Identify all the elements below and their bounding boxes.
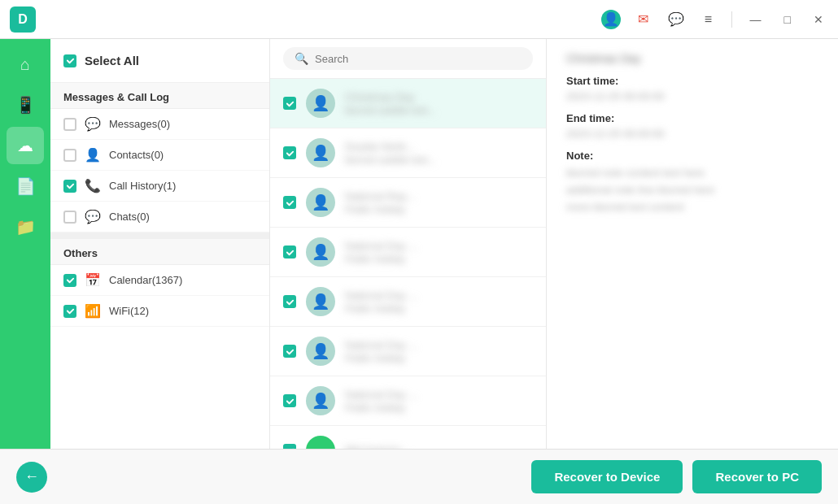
wifi-checkbox[interactable] (63, 305, 76, 318)
list-items: 👤 Christmas Day blurred subtitle text...… (270, 79, 546, 449)
list-header: 🔍 (270, 39, 546, 79)
close-button[interactable]: ✕ (809, 11, 828, 28)
note-value: blurred note content text hereadditional… (566, 165, 818, 215)
detail-title: Christmas Day (566, 52, 818, 65)
main-content: ⌂ 📱 ☁ 📄 📁 Select All Messages & Call Log (0, 39, 838, 449)
item-content: National Day ... Public holiday (345, 240, 533, 265)
section-header-others: Others (50, 232, 269, 265)
item-title: National Day ... (345, 389, 533, 401)
item-title: National Rep... (345, 190, 533, 202)
list-item[interactable]: 👤 National Day ... Public holiday (270, 228, 546, 277)
sidebar-item-home[interactable]: ⌂ (7, 46, 44, 83)
menu-icon[interactable]: ≡ (699, 10, 718, 29)
wifi-item[interactable]: 📶 WiFi(12) (50, 296, 269, 327)
sidebar-item-files[interactable]: 📄 (7, 167, 44, 205)
call-history-item[interactable]: 📞 Call History(1) (50, 171, 269, 202)
minimize-button[interactable]: — (745, 11, 766, 28)
item-avatar: 👤 (306, 89, 335, 118)
item-avatar: 👤 (306, 188, 335, 217)
item-checkbox[interactable] (283, 245, 296, 259)
list-item[interactable]: 👤 National Day ... Public holiday (270, 376, 546, 426)
avatar-icon[interactable]: 👤 (601, 10, 621, 29)
messages-label: Messages(0) (109, 118, 170, 130)
item-avatar: 👤 (306, 287, 335, 316)
calendar-item[interactable]: 📅 Calendar(1367) (50, 265, 269, 296)
item-content: Mid Autumn ... (345, 444, 533, 450)
call-history-icon: 📞 (85, 178, 101, 193)
contacts-item[interactable]: 👤 Contacts(0) (50, 140, 269, 171)
title-bar-right: 👤 ✉ 💬 ≡ — □ ✕ (601, 10, 828, 29)
item-avatar: 👤 (306, 138, 335, 167)
app-logo: D (10, 7, 36, 33)
item-checkbox[interactable] (283, 345, 296, 358)
maximize-button[interactable]: □ (779, 11, 796, 28)
item-avatar: 👤 (306, 386, 335, 415)
list-item[interactable]: 👤 Double Ninth... blurred subtitle text.… (270, 128, 546, 178)
list-item[interactable]: 👤 Christmas Day blurred subtitle text... (270, 79, 546, 128)
list-item[interactable]: ● Mid Autumn ... (270, 426, 546, 449)
item-subtitle: Public holiday (345, 303, 533, 315)
item-subtitle: blurred subtitle text... (345, 154, 533, 166)
contacts-checkbox[interactable] (63, 149, 76, 162)
sidebar-item-phone[interactable]: 📱 (7, 86, 44, 124)
detail-panel: Christmas Day Start time: 2023-12-25 00:… (547, 39, 838, 449)
item-avatar: ● (306, 436, 335, 449)
chats-label: Chats(0) (109, 211, 150, 223)
title-bar-left: D (10, 7, 36, 33)
item-checkbox[interactable] (283, 394, 296, 407)
recover-to-device-button[interactable]: Recover to Device (531, 460, 683, 493)
item-content: Double Ninth... blurred subtitle text... (345, 141, 533, 166)
call-history-checkbox[interactable] (63, 180, 76, 193)
item-subtitle: Public holiday (345, 402, 533, 414)
item-checkbox[interactable] (283, 196, 296, 209)
select-all-label: Select All (85, 54, 139, 67)
item-content: National Day ... Public holiday (345, 339, 533, 364)
item-subtitle: blurred subtitle text... (345, 105, 533, 116)
chats-item[interactable]: 💬 Chats(0) (50, 202, 269, 232)
select-all-checkbox[interactable] (63, 54, 76, 67)
item-content: National Day ... Public holiday (345, 289, 533, 315)
calendar-label: Calendar(1367) (109, 274, 182, 286)
item-checkbox[interactable] (283, 146, 296, 159)
item-checkbox[interactable] (283, 295, 296, 308)
item-title: National Day ... (345, 240, 533, 252)
item-title: Christmas Day (345, 91, 533, 103)
chat-icon[interactable]: 💬 (666, 10, 686, 29)
contacts-icon: 👤 (85, 147, 101, 163)
item-content: National Rep... Public holiday (345, 190, 533, 215)
messages-icon: 💬 (85, 116, 101, 132)
call-history-label: Call History(1) (109, 180, 176, 192)
separator (731, 11, 732, 28)
item-checkbox[interactable] (283, 97, 296, 110)
section-header-messages: Messages & Call Log (50, 83, 269, 109)
messages-item[interactable]: 💬 Messages(0) (50, 109, 269, 140)
item-title: Double Ninth... (345, 141, 533, 153)
item-subtitle: Public holiday (345, 254, 533, 265)
title-bar: D 👤 ✉ 💬 ≡ — □ ✕ (0, 0, 838, 39)
mail-icon[interactable]: ✉ (634, 10, 653, 29)
item-subtitle: Public holiday (345, 353, 533, 364)
back-button[interactable]: ← (16, 462, 47, 493)
search-input[interactable] (315, 53, 522, 65)
note-label: Note: (566, 150, 818, 162)
list-item[interactable]: 👤 National Day ... Public holiday (270, 327, 546, 376)
messages-checkbox[interactable] (63, 118, 76, 131)
recover-to-pc-button[interactable]: Recover to PC (692, 460, 822, 493)
list-item[interactable]: 👤 National Rep... Public holiday (270, 178, 546, 228)
item-content: Christmas Day blurred subtitle text... (345, 91, 533, 116)
wifi-icon: 📶 (85, 303, 101, 319)
item-title: National Day ... (345, 339, 533, 351)
calendar-checkbox[interactable] (63, 274, 76, 287)
sidebar-item-cloud[interactable]: ☁ (7, 127, 44, 164)
select-all-row[interactable]: Select All (50, 39, 269, 83)
chats-icon: 💬 (85, 209, 101, 224)
search-box[interactable]: 🔍 (283, 47, 533, 70)
end-time-label: End time: (566, 112, 818, 124)
chats-checkbox[interactable] (63, 211, 76, 224)
sidebar-icons: ⌂ 📱 ☁ 📄 📁 (0, 39, 50, 449)
list-panel: 🔍 👤 Christmas Day blurred subtitle text.… (270, 39, 547, 449)
list-item[interactable]: 👤 National Day ... Public holiday (270, 277, 546, 327)
sidebar-item-folder[interactable]: 📁 (7, 208, 44, 245)
search-icon: 🔍 (295, 52, 308, 65)
panel: Select All Messages & Call Log 💬 Message… (50, 39, 838, 449)
